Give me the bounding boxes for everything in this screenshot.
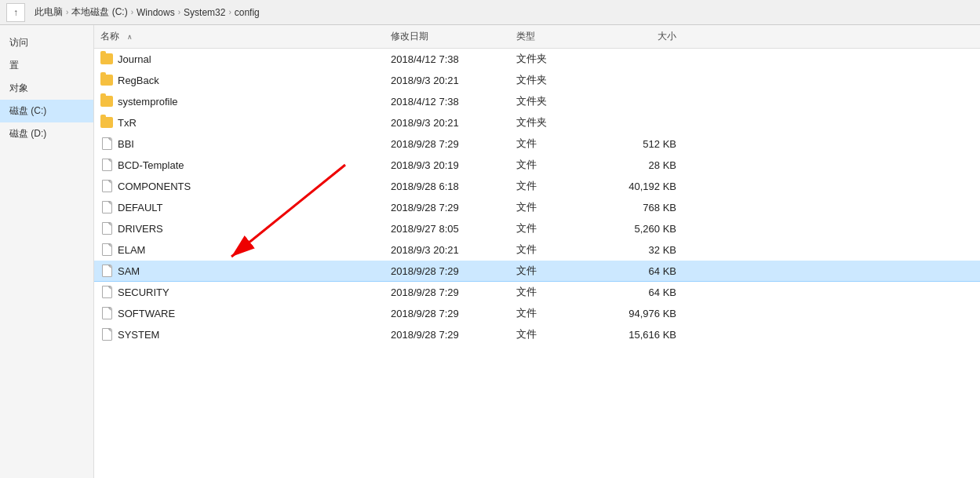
breadcrumb-separator: ›: [66, 8, 68, 16]
file-name-text: ELAM: [118, 244, 145, 256]
file-name-cell: BCD-Template: [94, 157, 384, 173]
up-button[interactable]: ↑: [6, 3, 25, 22]
sidebar-item-access[interactable]: 访问: [0, 31, 93, 54]
file-name-text: RegBack: [118, 75, 159, 86]
file-size-cell: 40,192 KB: [604, 179, 683, 194]
sidebar-item-objects[interactable]: 对象: [0, 77, 93, 100]
table-row[interactable]: DRIVERS2018/9/27 8:05文件5,260 KB: [94, 218, 980, 239]
file-icon: [100, 180, 113, 192]
file-icon: [100, 159, 113, 171]
breadcrumb: 此电脑›本地磁盘 (C:)›Windows›System32›config: [35, 5, 260, 19]
file-size-cell: [604, 100, 683, 103]
file-size-cell: 32 KB: [604, 243, 683, 257]
file-icon: [100, 137, 113, 150]
file-date-cell: 2018/9/3 20:19: [384, 158, 510, 173]
file-name-text: Journal: [118, 53, 151, 65]
table-row[interactable]: SOFTWARE2018/9/28 7:29文件94,976 KB: [94, 303, 980, 324]
sidebar-item-pin[interactable]: 置: [0, 54, 93, 77]
file-date-cell: 2018/4/12 7:38: [384, 94, 510, 109]
file-name-cell: DRIVERS: [94, 221, 384, 236]
file-date-cell: 2018/9/28 7:29: [384, 285, 510, 300]
folder-icon: [100, 74, 113, 86]
folder-icon: [100, 95, 113, 108]
sidebar-item-disk-d[interactable]: 磁盘 (D:): [0, 122, 93, 145]
file-name-cell: BBI: [94, 136, 384, 151]
file-type-cell: 文件: [510, 305, 604, 322]
file-size-cell: 15,616 KB: [604, 327, 683, 342]
breadcrumb-item-this-pc[interactable]: 此电脑: [35, 5, 63, 19]
file-date-cell: 2018/9/28 6:18: [384, 179, 510, 194]
table-row[interactable]: systemprofile2018/4/12 7:38文件夹: [94, 91, 980, 112]
col-header-type[interactable]: 类型: [510, 28, 604, 45]
table-row[interactable]: Journal2018/4/12 7:38文件夹: [94, 49, 980, 70]
table-row[interactable]: COMPONENTS2018/9/28 6:18文件40,192 KB: [94, 176, 980, 197]
file-icon: [100, 222, 113, 235]
file-date-cell: 2018/9/3 20:21: [384, 243, 510, 257]
file-type-cell: 文件: [510, 241, 604, 258]
file-type-cell: 文件夹: [510, 114, 604, 131]
file-name-cell: SECURITY: [94, 284, 384, 300]
file-list: Journal2018/4/12 7:38文件夹RegBack2018/9/3 …: [94, 49, 980, 478]
col-header-name[interactable]: 名称 ∧: [94, 28, 384, 45]
column-headers: 名称 ∧ 修改日期 类型 大小: [94, 25, 980, 49]
sidebar: 访问置对象磁盘 (C:)磁盘 (D:): [0, 25, 94, 478]
file-date-cell: 2018/9/3 20:21: [384, 115, 510, 130]
file-name-cell: ELAM: [94, 242, 384, 257]
breadcrumb-item-config[interactable]: config: [235, 7, 260, 18]
table-row[interactable]: SECURITY2018/9/28 7:29文件64 KB: [94, 282, 980, 303]
file-icon: [100, 265, 113, 277]
file-date-cell: 2018/9/28 7:29: [384, 327, 510, 342]
file-date-cell: 2018/9/27 8:05: [384, 221, 510, 236]
file-type-cell: 文件: [510, 220, 604, 237]
file-icon: [100, 286, 113, 298]
file-name-text: SYSTEM: [118, 329, 159, 341]
file-name-text: systemprofile: [118, 96, 178, 108]
table-row[interactable]: TxR2018/9/3 20:21文件夹: [94, 112, 980, 133]
file-icon: [100, 201, 113, 213]
table-row[interactable]: BCD-Template2018/9/3 20:19文件28 KB: [94, 155, 980, 176]
file-name-cell: TxR: [94, 115, 384, 130]
file-type-cell: 文件: [510, 156, 604, 173]
table-row[interactable]: DEFAULT2018/9/28 7:29文件768 KB: [94, 197, 980, 218]
table-row[interactable]: SAM2018/9/28 7:29文件64 KB: [94, 261, 980, 282]
file-type-cell: 文件: [510, 262, 604, 279]
file-size-cell: 512 KB: [604, 137, 683, 151]
sidebar-item-disk-c[interactable]: 磁盘 (C:): [0, 100, 93, 122]
table-row[interactable]: ELAM2018/9/3 20:21文件32 KB: [94, 239, 980, 261]
file-area: 名称 ∧ 修改日期 类型 大小 Journal2018/4/12 7:38文件夹…: [94, 25, 980, 478]
folder-icon: [100, 53, 113, 65]
file-size-cell: 5,260 KB: [604, 221, 683, 236]
file-name-text: BCD-Template: [118, 159, 184, 171]
file-icon: [100, 328, 113, 341]
file-type-cell: 文件: [510, 326, 604, 343]
file-size-cell: [604, 57, 683, 60]
file-name-text: COMPONENTS: [118, 181, 191, 192]
breadcrumb-item-system32[interactable]: System32: [184, 7, 225, 18]
breadcrumb-item-windows[interactable]: Windows: [137, 7, 175, 18]
file-name-text: SOFTWARE: [118, 308, 175, 319]
breadcrumb-separator: ›: [131, 8, 133, 16]
breadcrumb-item-local-disk-c[interactable]: 本地磁盘 (C:): [71, 5, 127, 19]
file-area-wrapper: 名称 ∧ 修改日期 类型 大小 Journal2018/4/12 7:38文件夹…: [94, 25, 980, 478]
file-type-cell: 文件: [510, 199, 604, 216]
breadcrumb-separator: ›: [178, 8, 180, 16]
file-name-cell: Journal: [94, 51, 384, 67]
top-bar: ↑ 此电脑›本地磁盘 (C:)›Windows›System32›config: [0, 0, 980, 25]
file-size-cell: 768 KB: [604, 200, 683, 215]
file-icon: [100, 307, 113, 319]
file-size-cell: 94,976 KB: [604, 306, 683, 321]
file-date-cell: 2018/9/28 7:29: [384, 137, 510, 151]
file-size-cell: 28 KB: [604, 158, 683, 173]
file-type-cell: 文件夹: [510, 93, 604, 110]
file-name-cell: SAM: [94, 263, 384, 279]
table-row[interactable]: SYSTEM2018/9/28 7:29文件15,616 KB: [94, 324, 980, 345]
file-type-cell: 文件: [510, 283, 604, 301]
file-size-cell: [604, 78, 683, 82]
col-header-size[interactable]: 大小: [604, 28, 683, 45]
file-name-cell: RegBack: [94, 72, 384, 88]
file-name-cell: DEFAULT: [94, 199, 384, 215]
table-row[interactable]: RegBack2018/9/3 20:21文件夹: [94, 70, 980, 91]
file-size-cell: 64 KB: [604, 264, 683, 279]
col-header-date[interactable]: 修改日期: [384, 28, 510, 45]
table-row[interactable]: BBI2018/9/28 7:29文件512 KB: [94, 133, 980, 155]
